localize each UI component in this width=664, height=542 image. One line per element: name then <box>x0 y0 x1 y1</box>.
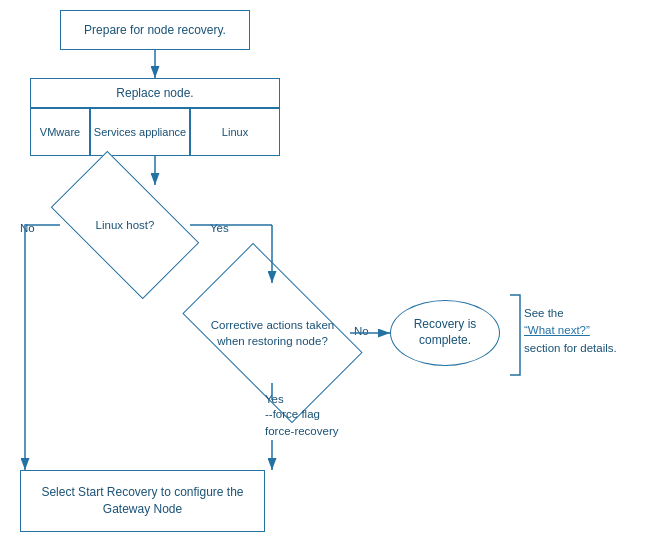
sidenote: See the “What next?” section for details… <box>524 305 617 357</box>
corrective-diamond: Corrective actions taken when restoring … <box>195 283 350 383</box>
gateway-box: Select Start Recovery to configure the G… <box>20 470 265 532</box>
flowchart-diagram: Prepare for node recovery. Replace node.… <box>0 0 664 542</box>
linux-tab: Linux <box>190 108 280 156</box>
yes1-label: Yes <box>210 222 229 234</box>
what-next-link[interactable]: “What next?” <box>524 324 590 336</box>
vmware-tab: VMware <box>30 108 90 156</box>
prepare-box: Prepare for node recovery. <box>60 10 250 50</box>
no1-label: No <box>20 222 35 234</box>
linux-diamond: Linux host? <box>60 185 190 265</box>
force-label: --force flag force-recovery <box>265 406 339 441</box>
recovery-oval: Recovery is complete. <box>390 300 500 366</box>
services-tab: Services appliance <box>90 108 190 156</box>
yes2-label: Yes <box>265 393 284 405</box>
no2-label: No <box>354 325 369 337</box>
replace-box: Replace node. <box>30 78 280 108</box>
